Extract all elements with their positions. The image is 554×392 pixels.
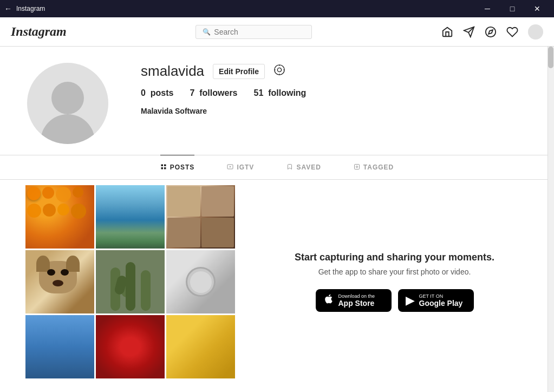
tab-igtv[interactable]: IGTV — [227, 155, 254, 179]
heart-icon[interactable] — [506, 26, 518, 38]
page-wrapper: ← Instagram ─ □ ✕ Instagram 🔍 — [0, 0, 554, 392]
top-nav: Instagram 🔍 — [0, 17, 554, 47]
grid-image-ferris — [25, 315, 94, 378]
grid-cell-flowers[interactable] — [96, 315, 165, 378]
explore-icon[interactable] — [485, 26, 497, 38]
avatar-head — [51, 82, 84, 114]
maximize-button[interactable]: □ — [500, 0, 525, 17]
avatar-body — [41, 114, 95, 144]
google-play-main: Google Play — [419, 299, 463, 308]
profile-avatar — [27, 63, 108, 144]
photo-grid — [25, 185, 235, 378]
tab-posts-label: POSTS — [170, 164, 195, 171]
posts-tab-icon — [160, 163, 167, 172]
profile-display-name: Malavida Software — [141, 107, 527, 115]
grid-image-flowers — [96, 315, 165, 378]
title-bar: ← Instagram ─ □ ✕ — [0, 0, 554, 17]
svg-rect-8 — [161, 165, 163, 167]
scroll-area[interactable]: smalavida Edit Profile 0 posts 7 followe… — [0, 47, 554, 392]
search-box[interactable]: 🔍 — [195, 25, 312, 39]
grid-cell-photos[interactable] — [166, 185, 235, 249]
title-bar-left: ← Instagram — [4, 4, 45, 13]
search-input[interactable] — [214, 28, 305, 36]
back-button[interactable]: ← — [4, 4, 12, 13]
promo-subtitle: Get the app to share your first photo or… — [318, 267, 471, 276]
svg-marker-1 — [488, 30, 493, 34]
followers-stat[interactable]: 7 followers — [190, 88, 237, 98]
close-button[interactable]: ✕ — [525, 0, 550, 17]
main-content: Start capturing and sharing your moments… — [0, 180, 554, 384]
promo-title: Start capturing and sharing your moments… — [295, 252, 494, 263]
posts-count: 0 — [141, 88, 146, 97]
title-bar-controls: ─ □ ✕ — [475, 0, 550, 17]
svg-point-3 — [277, 68, 281, 71]
app-store-text: Download on the App Store — [338, 293, 375, 308]
minimize-button[interactable]: ─ — [475, 0, 500, 17]
following-label: following — [268, 88, 306, 97]
tagged-tab-icon — [354, 163, 360, 172]
send-icon[interactable] — [463, 26, 475, 38]
tab-tagged[interactable]: TAGGED — [354, 155, 394, 179]
following-stat[interactable]: 51 following — [254, 88, 307, 98]
search-icon: 🔍 — [203, 28, 211, 36]
svg-rect-10 — [161, 167, 163, 169]
svg-point-2 — [275, 65, 284, 75]
grid-cell-dog[interactable] — [25, 250, 94, 313]
app-store-button[interactable]: Download on the App Store — [316, 289, 392, 312]
google-play-button[interactable]: ▶ GET IT ON Google Play — [398, 289, 474, 312]
nav-icons — [441, 24, 543, 40]
grid-image-dog — [25, 250, 94, 313]
profile-top-row: smalavida Edit Profile — [141, 63, 527, 80]
tab-tagged-label: TAGGED — [363, 164, 394, 171]
app-buttons: Download on the App Store ▶ GET IT ON Go… — [316, 289, 474, 312]
following-count: 51 — [254, 88, 264, 97]
google-play-text: GET IT ON Google Play — [419, 293, 463, 308]
svg-point-15 — [356, 166, 357, 168]
svg-rect-14 — [354, 165, 359, 169]
posts-stat: 0 posts — [141, 88, 173, 98]
followers-label: followers — [199, 88, 237, 97]
grid-cell-oranges[interactable] — [25, 185, 94, 249]
grid-cell-cat[interactable] — [166, 315, 235, 378]
grid-image-cactus — [96, 250, 165, 313]
settings-icon[interactable] — [273, 64, 285, 79]
svg-rect-9 — [164, 165, 166, 167]
app-store-main: App Store — [338, 299, 375, 308]
profile-info: smalavida Edit Profile 0 posts 7 followe… — [141, 63, 527, 115]
profile-stats: 0 posts 7 followers 51 following — [141, 88, 527, 98]
svg-marker-13 — [230, 166, 231, 168]
igtv-tab-icon — [227, 163, 233, 172]
tab-igtv-label: IGTV — [237, 164, 254, 171]
instagram-logo: Instagram — [11, 24, 67, 39]
grid-cell-baby[interactable] — [166, 250, 235, 313]
profile-username: smalavida — [141, 63, 204, 80]
nav-avatar[interactable] — [528, 24, 543, 40]
google-play-icon: ▶ — [406, 293, 415, 308]
saved-tab-icon — [286, 163, 293, 172]
followers-count: 7 — [190, 88, 194, 97]
svg-rect-11 — [164, 167, 166, 169]
grid-cell-cactus[interactable] — [96, 250, 165, 313]
grid-image-oranges — [25, 185, 94, 249]
promo-panel: Start capturing and sharing your moments… — [235, 185, 554, 378]
grid-image-baby — [166, 250, 235, 313]
grid-cell-ferris[interactable] — [25, 315, 94, 378]
app-store-sub: Download on the — [338, 293, 375, 299]
apple-icon — [323, 293, 334, 308]
home-icon[interactable] — [441, 26, 453, 38]
avatar-silhouette — [27, 63, 108, 144]
scrollbar-thumb[interactable] — [548, 47, 553, 68]
grid-cell-ocean[interactable] — [96, 185, 165, 249]
profile-tabs: POSTS IGTV SAVED TAGGED — [0, 155, 554, 180]
profile-section: smalavida Edit Profile 0 posts 7 followe… — [0, 47, 554, 155]
scrollbar-track[interactable] — [548, 47, 554, 392]
tab-saved-label: SAVED — [296, 164, 321, 171]
tab-posts[interactable]: POSTS — [160, 155, 195, 179]
tab-saved[interactable]: SAVED — [286, 155, 321, 179]
grid-image-cat — [166, 315, 235, 378]
svg-point-0 — [486, 27, 496, 36]
grid-image-photos — [166, 185, 235, 249]
google-play-sub: GET IT ON — [419, 293, 463, 299]
edit-profile-button[interactable]: Edit Profile — [213, 64, 265, 79]
posts-label: posts — [151, 88, 174, 97]
